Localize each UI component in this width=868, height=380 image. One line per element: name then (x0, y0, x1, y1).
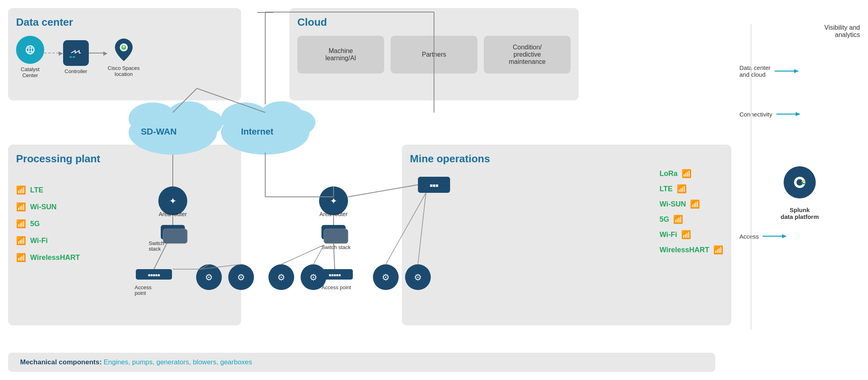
svg-line-62 (334, 243, 335, 269)
svg-point-6 (123, 46, 125, 48)
svg-rect-54 (321, 225, 346, 239)
svg-rect-20 (257, 12, 273, 13)
svg-text:⇄: ⇄ (332, 230, 336, 235)
lte-item: 📶 LTE (16, 185, 233, 195)
connectivity-arrow (776, 110, 800, 118)
svg-text:Access point: Access point (321, 284, 351, 290)
wifi-item: 📶 Wi-Fi (16, 236, 233, 245)
mine-wisun-wifi-icon: 📶 (690, 199, 700, 209)
mine-operations-box: Mine operations LoRa 📶 LTE 📶 Wi-SUN 📶 5G… (402, 145, 731, 325)
wisun-wifi-icon: 📶 (16, 202, 26, 212)
svg-point-15 (279, 110, 315, 135)
bottom-bold: Mechanical components: (20, 358, 102, 366)
svg-text:⚙: ⚙ (277, 272, 285, 282)
catalyst-center-block: CatalystCenter (16, 36, 44, 78)
visibility-label: Visibility andanalytics (824, 24, 860, 39)
catalyst-center-label: CatalystCenter (21, 66, 40, 78)
bottom-bar: Mechanical components: Engines, pumps, g… (8, 353, 715, 372)
wirelesshart-wifi-icon: 📶 (16, 253, 26, 262)
mine-wifi-item: Wi-Fi 📶 (659, 230, 723, 239)
mine-5g-item: 5G 📶 (659, 215, 723, 224)
svg-marker-78 (796, 112, 800, 116)
splunk-icon (790, 172, 810, 192)
cloud-item-condition: Condition/predictivemaintenance (484, 36, 571, 74)
svg-rect-83 (802, 183, 805, 184)
catalyst-center-icon (16, 36, 44, 64)
right-sidebar: Visibility andanalytics Data centerand c… (739, 24, 860, 240)
mine-lte-item: LTE 📶 (659, 184, 723, 194)
data-center-box: Data center CatalystCenter ▶ (8, 8, 241, 100)
processing-plant-box: Processing plant 📶 LTE 📶 Wi-SUN 📶 5G 📶 W… (8, 145, 241, 325)
svg-text:■■■■■: ■■■■■ (329, 273, 341, 277)
controller-label: Controller (65, 68, 87, 74)
mine-lora-wifi-icon: 📶 (682, 169, 692, 178)
dc-cloud-arrow (775, 67, 799, 75)
svg-text:Area router: Area router (319, 211, 348, 217)
svg-point-0 (23, 43, 37, 57)
svg-text:⚙: ⚙ (382, 272, 390, 282)
mine-wireless-list: LoRa 📶 LTE 📶 Wi-SUN 📶 5G 📶 Wi-Fi 📶 Wirel… (659, 169, 723, 255)
svg-line-71 (281, 245, 324, 264)
cloud-item-partners: Partners (391, 36, 477, 74)
lte-wifi-icon: 📶 (16, 185, 26, 195)
sidebar-vertical-line (751, 24, 751, 329)
access-arrow (763, 232, 787, 240)
dc-cloud-label: Data centerand cloud (739, 64, 771, 78)
bottom-items: Engines, pumps, generators, blowers, gea… (104, 358, 252, 366)
cloud-title: Cloud (297, 16, 571, 29)
svg-point-67 (373, 264, 399, 290)
cloud-item-ml: Machinelearning/AI (297, 36, 384, 74)
wifi-wifi-icon: 📶 (16, 236, 26, 245)
sidebar-connectivity-row: Connectivity (739, 110, 860, 118)
sidebar-access-row: Access (739, 232, 860, 240)
svg-point-81 (796, 179, 803, 186)
controller-icon (63, 40, 89, 66)
cloud-box: Cloud Machinelearning/AI Partners Condit… (289, 8, 579, 100)
svg-text:Switch stack: Switch stack (321, 244, 351, 250)
svg-line-72 (313, 245, 324, 264)
processing-plant-title: Processing plant (16, 153, 233, 165)
mine-wirelesshart-wifi-icon: 📶 (713, 245, 723, 255)
svg-rect-3 (73, 56, 75, 58)
data-center-title: Data center (16, 16, 233, 29)
svg-rect-59 (317, 269, 353, 280)
access-label: Access (739, 233, 759, 240)
svg-point-45 (319, 186, 348, 215)
svg-rect-1 (69, 49, 83, 57)
processing-wireless-list: 📶 LTE 📶 Wi-SUN 📶 5G 📶 Wi-Fi 📶 WirelessHA… (16, 185, 233, 262)
svg-marker-85 (782, 234, 787, 238)
cisco-spaces-label: Cisco Spaceslocation (108, 65, 139, 77)
sidebar-arrows: Data centerand cloud Connectivity (739, 64, 860, 240)
svg-marker-76 (794, 69, 799, 73)
controller-block: Controller (63, 40, 89, 74)
splunk-label: Splunkdata platform (739, 206, 860, 220)
svg-point-8 (129, 102, 177, 135)
wisun-item: 📶 Wi-SUN (16, 202, 233, 212)
5g-wifi-icon: 📶 (16, 219, 26, 229)
main-container: Data center CatalystCenter ▶ (0, 0, 868, 380)
mine-wifi-wifi-icon: 📶 (681, 230, 691, 239)
5g-item: 📶 5G (16, 219, 233, 229)
mine-wirelesshart-item: WirelessHART 📶 (659, 245, 723, 255)
svg-point-13 (221, 102, 269, 135)
svg-text:✦: ✦ (330, 196, 337, 206)
svg-rect-56 (324, 229, 348, 243)
cloud-items-row: Machinelearning/AI Partners Condition/pr… (297, 36, 571, 74)
mine-5g-wifi-icon: 📶 (673, 215, 683, 224)
wirelesshart-item: 📶 WirelessHART (16, 253, 233, 262)
svg-rect-82 (802, 180, 805, 182)
mine-wisun-item: Wi-SUN 📶 (659, 199, 723, 209)
svg-point-14 (259, 101, 303, 132)
svg-point-9 (167, 101, 211, 132)
sidebar-dc-row: Data centerand cloud (739, 64, 860, 78)
svg-point-65 (301, 264, 326, 290)
connectivity-label: Connectivity (739, 111, 772, 118)
svg-text:⚙: ⚙ (309, 272, 317, 282)
mine-operations-title: Mine operations (410, 153, 723, 165)
svg-text:Internet: Internet (241, 127, 274, 137)
svg-point-63 (268, 264, 294, 290)
mine-lte-wifi-icon: 📶 (677, 184, 687, 194)
svg-text:SD-WAN: SD-WAN (141, 127, 176, 137)
cisco-spaces-block: Cisco Spaceslocation (108, 37, 139, 77)
svg-rect-2 (70, 56, 72, 58)
